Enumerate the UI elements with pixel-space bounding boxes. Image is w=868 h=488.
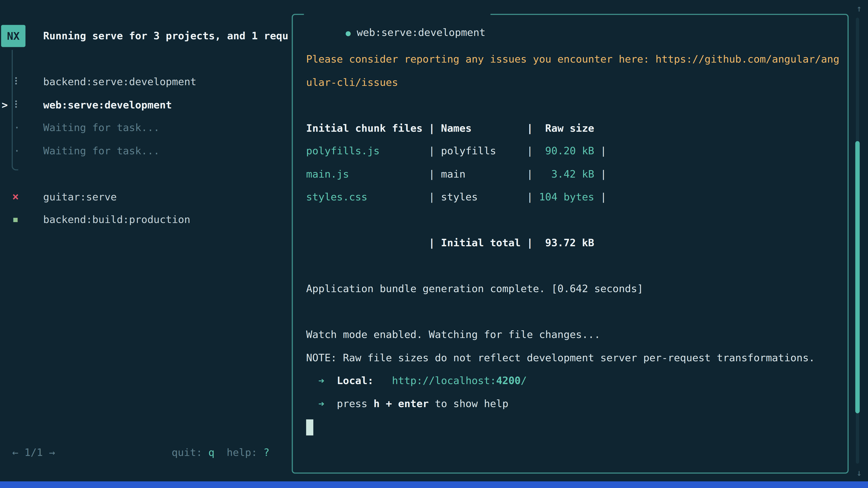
terminal-text: Initial chunk files | Names | Raw size — [306, 122, 594, 133]
task-list: ⠇ backend:serve:development > ⠇ web:serv… — [0, 70, 292, 231]
terminal-line — [306, 94, 843, 117]
nx-tui-app: NX Running serve for 3 projects, and 1 r… — [0, 0, 868, 488]
bottom-blue-bar — [0, 482, 868, 488]
task-label: Waiting for task... — [43, 139, 160, 162]
terminal-line: ular-cli/issues — [306, 70, 843, 94]
sidebar: NX Running serve for 3 projects, and 1 r… — [0, 0, 292, 488]
terminal-line: styles.css | styles | 104 bytes | — [306, 185, 843, 208]
task-row-backend-build-production[interactable]: ■ backend:build:production — [0, 208, 292, 231]
task-label: Waiting for task... — [43, 116, 160, 139]
sidebar-footer: ← 1/1 → quit:qhelp:? — [0, 441, 292, 464]
terminal-text: | polyfills | — [380, 145, 539, 157]
terminal-text — [306, 375, 318, 386]
nx-logo: NX — [1, 25, 26, 47]
terminal-text: to show help — [429, 398, 508, 409]
terminal-text: | — [594, 168, 607, 180]
terminal-line: | Initial total | 93.72 kB — [306, 231, 843, 254]
terminal-text: 90.20 kB — [539, 145, 594, 157]
success-square-icon: ■ — [13, 208, 18, 231]
terminal-text — [374, 375, 392, 386]
terminal-line: ➔ press h + enter to show help — [306, 392, 843, 415]
terminal-panel[interactable]: ●web:serve:development Please consider r… — [292, 14, 849, 474]
task-row-guitar-serve[interactable]: × guitar:serve — [0, 185, 292, 208]
terminal-line: Initial chunk files | Names | Raw size — [306, 117, 843, 140]
terminal-line: ➔ Local: http://localhost:4200/ — [306, 369, 843, 392]
spinner-icon: ⠇ — [14, 93, 21, 116]
terminal-text — [324, 375, 337, 386]
terminal-line: Please consider reporting any issues you… — [306, 48, 843, 71]
terminal-text: | styles | — [367, 191, 539, 202]
localhost-link-port[interactable]: 4200 — [496, 375, 521, 386]
terminal-text: Watch mode enabled. Watching for file ch… — [306, 329, 600, 340]
task-label: backend:build:production — [43, 208, 190, 231]
terminal-text: | Initial total | 93.72 kB — [306, 237, 594, 248]
localhost-link-slash[interactable]: / — [521, 375, 527, 386]
task-label: web:serve:development — [43, 93, 172, 116]
spinner-icon: ⠇ — [14, 70, 21, 93]
cursor-block — [306, 419, 313, 435]
quit-key[interactable]: q — [209, 447, 215, 458]
terminal-text: 3.42 kB — [539, 168, 594, 180]
task-row-waiting-2[interactable]: · Waiting for task... — [0, 139, 292, 162]
terminal-text: press — [324, 398, 374, 409]
arrow-icon: ➔ — [318, 398, 324, 409]
task-label: backend:serve:development — [43, 70, 196, 93]
terminal-text: 104 bytes — [539, 191, 594, 202]
terminal-text: Please consider reporting any issues you… — [306, 53, 839, 65]
terminal-text: NOTE: Raw file sizes do not reflect deve… — [306, 352, 815, 363]
terminal-text: | main | — [349, 168, 539, 180]
terminal-line: main.js | main | 3.42 kB | — [306, 162, 843, 186]
footer-keybindings: quit:qhelp:? — [172, 441, 270, 464]
sidebar-header-title: Running serve for 3 projects, and 1 requ — [43, 25, 288, 47]
terminal-line — [306, 415, 843, 438]
terminal-line: polyfills.js | polyfills | 90.20 kB | — [306, 139, 843, 162]
terminal-output: Please consider reporting any issues you… — [293, 15, 848, 473]
help-label: help: — [227, 447, 257, 458]
task-label: guitar:serve — [43, 185, 117, 208]
terminal-line: Watch mode enabled. Watching for file ch… — [306, 323, 843, 346]
task-row-web-serve-development[interactable]: > ⠇ web:serve:development — [0, 93, 292, 116]
terminal-line: NOTE: Raw file sizes do not reflect deve… — [306, 346, 843, 369]
terminal-text: styles.css — [306, 191, 367, 202]
failed-cross-icon: × — [12, 185, 19, 208]
terminal-line — [306, 208, 843, 231]
terminal-text: Application bundle generation complete. … — [306, 283, 643, 294]
terminal-line — [306, 300, 843, 323]
pagination[interactable]: ← 1/1 → — [12, 441, 55, 464]
localhost-link[interactable]: http://localhost: — [392, 375, 496, 386]
terminal-text: | — [594, 145, 607, 157]
arrow-icon: ➔ — [318, 375, 324, 386]
terminal-text: | — [594, 191, 607, 202]
terminal-line: Application bundle generation complete. … — [306, 277, 843, 300]
scroll-up-icon[interactable]: ↑ — [852, 2, 866, 15]
terminal-text: main.js — [306, 168, 349, 180]
terminal-text: polyfills.js — [306, 145, 379, 157]
waiting-dot-icon: · — [14, 139, 20, 162]
quit-label: quit: — [172, 447, 202, 458]
terminal-text: ular-cli/issues — [306, 76, 398, 88]
task-row-waiting-1[interactable]: · Waiting for task... — [0, 116, 292, 139]
task-row-backend-serve-development[interactable]: ⠇ backend:serve:development — [0, 70, 292, 93]
help-key[interactable]: ? — [264, 447, 270, 458]
selected-caret-icon: > — [2, 93, 8, 116]
scrollbar-thumb[interactable] — [855, 141, 860, 413]
waiting-dot-icon: · — [14, 116, 20, 139]
scroll-down-icon[interactable]: ↓ — [852, 466, 866, 480]
task-list-gap — [0, 162, 292, 185]
brand-row: NX Running serve for 3 projects, and 1 r… — [0, 25, 292, 47]
terminal-text: Local: — [337, 375, 374, 386]
terminal-line — [306, 254, 843, 277]
terminal-text — [306, 398, 318, 409]
terminal-text: h + enter — [374, 398, 429, 409]
